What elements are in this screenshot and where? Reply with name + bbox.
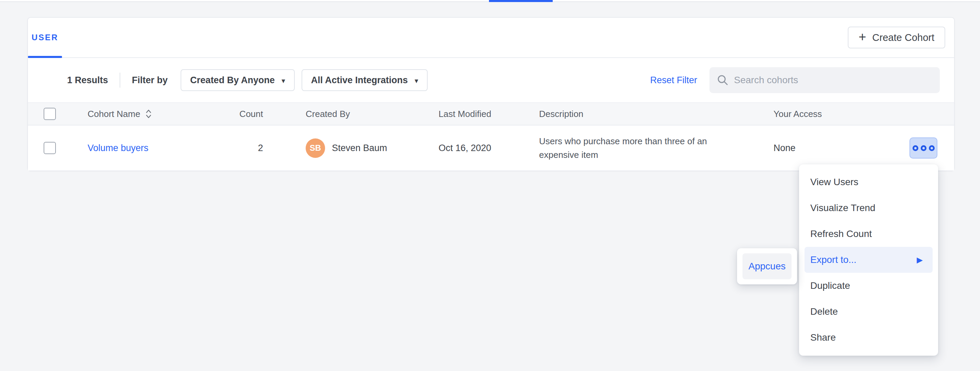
created-by-dropdown[interactable]: Created By Anyone ▾ bbox=[181, 69, 295, 91]
top-tab-strip bbox=[0, 0, 980, 2]
export-submenu: Appcues bbox=[737, 248, 797, 284]
plus-icon: + bbox=[859, 30, 866, 43]
menu-item-visualize-trend[interactable]: Visualize Trend bbox=[805, 195, 932, 221]
row-checkbox[interactable] bbox=[44, 142, 56, 154]
tab-user-label: USER bbox=[32, 33, 59, 42]
integrations-dropdown[interactable]: All Active Integrations ▾ bbox=[302, 69, 428, 91]
create-cohort-label: Create Cohort bbox=[872, 32, 934, 43]
menu-item-export-to[interactable]: Export to... ▶ bbox=[805, 247, 932, 273]
your-access-value: None bbox=[773, 143, 887, 153]
header-description: Description bbox=[539, 109, 773, 119]
menu-item-duplicate[interactable]: Duplicate bbox=[805, 273, 932, 299]
menu-item-delete[interactable]: Delete bbox=[805, 299, 932, 325]
create-cohort-button[interactable]: + Create Cohort bbox=[848, 27, 945, 48]
menu-item-view-users[interactable]: View Users bbox=[805, 169, 932, 195]
last-modified-date: Oct 16, 2020 bbox=[439, 143, 539, 153]
reset-filter-link[interactable]: Reset Filter bbox=[650, 75, 697, 86]
search-box[interactable] bbox=[710, 67, 940, 93]
header-count: Count bbox=[237, 109, 278, 119]
cohort-description: Users who purchase more than three of an… bbox=[539, 134, 727, 162]
more-actions-button[interactable] bbox=[910, 137, 937, 159]
search-icon bbox=[717, 74, 729, 86]
chevron-down-icon: ▾ bbox=[415, 77, 418, 85]
header-created-by: Created By bbox=[278, 109, 439, 119]
active-top-tab-indicator bbox=[489, 0, 553, 2]
chevron-down-icon: ▾ bbox=[282, 77, 285, 85]
select-all-checkbox[interactable] bbox=[44, 108, 56, 120]
sort-icon bbox=[145, 109, 152, 119]
tab-user[interactable]: USER bbox=[28, 18, 62, 57]
integrations-dropdown-label: All Active Integrations bbox=[311, 75, 408, 86]
header-cohort-name[interactable]: Cohort Name bbox=[72, 109, 237, 119]
created-by-name: Steven Baum bbox=[332, 143, 387, 153]
cohort-name-link[interactable]: Volume buyers bbox=[88, 143, 149, 153]
more-dot-icon bbox=[913, 145, 918, 151]
results-count: 1 Results bbox=[67, 75, 108, 86]
header-your-access: Your Access bbox=[773, 109, 887, 119]
table-header-row: Cohort Name Count Created By Last Modifi… bbox=[28, 102, 954, 126]
submenu-arrow-icon: ▶ bbox=[916, 255, 923, 264]
created-by-dropdown-label: Created By Anyone bbox=[190, 75, 275, 86]
header-last-modified: Last Modified bbox=[439, 109, 539, 119]
more-dot-icon bbox=[929, 145, 935, 151]
cohort-count: 2 bbox=[237, 143, 278, 153]
vertical-divider bbox=[119, 73, 120, 88]
menu-item-refresh-count[interactable]: Refresh Count bbox=[805, 221, 932, 247]
filter-toolbar: 1 Results Filter by Created By Anyone ▾ … bbox=[28, 58, 954, 102]
row-actions-menu: View Users Visualize Trend Refresh Count… bbox=[799, 164, 938, 356]
active-tab-underline bbox=[28, 56, 62, 58]
table-row: Volume buyers 2 SB Steven Baum Oct 16, 2… bbox=[28, 126, 954, 170]
filter-by-label: Filter by bbox=[132, 75, 168, 86]
cohorts-card: USER + Create Cohort 1 Results Filter by… bbox=[27, 17, 955, 171]
cohort-type-tabbar: USER + Create Cohort bbox=[28, 18, 954, 58]
more-dot-icon bbox=[921, 145, 926, 151]
avatar: SB bbox=[305, 139, 325, 158]
submenu-item-appcues[interactable]: Appcues bbox=[743, 253, 792, 279]
menu-item-share[interactable]: Share bbox=[805, 325, 932, 350]
search-input[interactable] bbox=[734, 75, 932, 86]
